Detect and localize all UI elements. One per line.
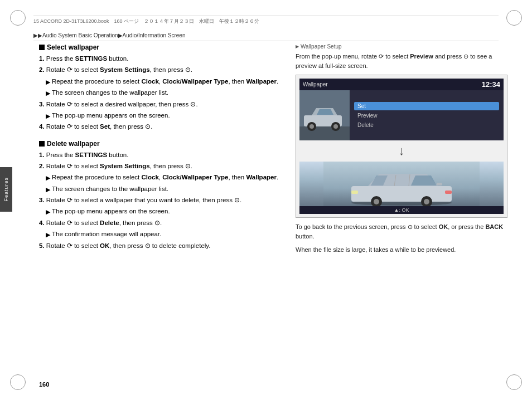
car-thumbnail xyxy=(299,90,350,140)
step-3-sub1: ▶ The pop-up menu appears on the screen. xyxy=(39,111,284,121)
features-side-tab: Features xyxy=(0,167,12,212)
del-step-2-sub1: ▶ Repeat the procedure to select Clock, … xyxy=(39,173,284,183)
corner-decoration-tr xyxy=(506,10,522,26)
svg-rect-23 xyxy=(437,183,442,186)
file-size-note: When the file size is large, it takes a … xyxy=(296,245,507,255)
svg-point-20 xyxy=(374,199,379,204)
delete-wallpaper-steps: 1. Press the SETTINGS button. 2. Rotate … xyxy=(39,150,284,251)
corner-decoration-tl xyxy=(10,10,26,26)
arrow-down-container: ↓ xyxy=(299,140,504,162)
svg-rect-18 xyxy=(445,191,452,194)
step-2: 2. Rotate ⟳ to select System Settings, t… xyxy=(39,65,284,75)
left-content-area: Select wallpaper 1. Press the SETTINGS b… xyxy=(39,43,284,378)
del-step-3: 3. Rotate ⟳ to select a wallpaper that y… xyxy=(39,196,284,205)
del-step-3-sub1: ▶ The pop-up menu appears on the screen. xyxy=(39,207,284,217)
car-preview-fullsize xyxy=(299,162,504,206)
svg-point-6 xyxy=(309,124,314,129)
heading-square-icon xyxy=(39,45,45,50)
svg-rect-11 xyxy=(351,186,452,202)
ok-label: ▲: OK xyxy=(299,206,504,214)
del-step-5: 5. Rotate ⟳ to select OK, then press ⊙ t… xyxy=(39,241,284,251)
del-step-2-sub2: ▶ The screen changes to the wallpaper li… xyxy=(39,184,284,194)
select-wallpaper-heading: Select wallpaper xyxy=(39,43,284,51)
del-step-1: 1. Press the SETTINGS button. xyxy=(39,150,284,160)
wallpaper-setup-label: Wallpaper Setup xyxy=(296,43,507,50)
car-thumbnail-image xyxy=(299,90,350,140)
corner-decoration-br xyxy=(506,374,522,390)
step-2-sub2: ▶ The screen changes to the wallpaper li… xyxy=(39,88,284,98)
svg-rect-1 xyxy=(299,126,350,140)
svg-marker-4 xyxy=(317,109,333,115)
heading-square-icon-2 xyxy=(39,141,45,147)
menu-item-set: Set xyxy=(354,102,499,110)
screen-header: Wallpaper 12:34 xyxy=(299,79,504,90)
svg-point-8 xyxy=(333,124,338,129)
popup-menu: Set Preview Delete xyxy=(350,90,504,140)
step-4: 4. Rotate ⟳ to select Set, then press ⊙. xyxy=(39,122,284,131)
step-1: 1. Press the SETTINGS button. xyxy=(39,54,284,64)
select-wallpaper-steps: 1. Press the SETTINGS button. 2. Rotate … xyxy=(39,54,284,132)
page-number: 160 xyxy=(39,381,49,388)
step-3: 3. Rotate ⟳ to select a desired wallpape… xyxy=(39,100,284,109)
svg-point-22 xyxy=(424,199,429,204)
file-metadata: 15 ACCORD 2D-31T3L6200.book 160 ページ ２０１４… xyxy=(33,16,499,25)
go-back-description: To go back to the previous screen, press… xyxy=(296,222,507,241)
svg-rect-17 xyxy=(351,191,358,194)
right-content-area: Wallpaper Setup From the pop-up menu, ro… xyxy=(296,43,507,378)
screen-mockup: Wallpaper 12:34 xyxy=(296,75,507,218)
setup-description: From the pop-up menu, rotate ⟳ to select… xyxy=(296,52,507,70)
menu-item-preview: Preview xyxy=(354,111,499,120)
del-step-2: 2. Rotate ⟳ to select System Settings, t… xyxy=(39,162,284,171)
corner-decoration-bl xyxy=(10,374,26,390)
car-preview-image xyxy=(323,162,480,206)
delete-wallpaper-heading: Delete wallpaper xyxy=(39,140,284,148)
menu-item-delete: Delete xyxy=(354,121,499,129)
del-step-4-sub1: ▶ The confirmation message will appear. xyxy=(39,230,284,240)
step-2-sub1: ▶ Repeat the procedure to select Clock, … xyxy=(39,77,284,87)
arrow-down-icon: ↓ xyxy=(399,144,405,158)
del-step-4: 4. Rotate ⟳ to select Delete, then press… xyxy=(39,218,284,228)
breadcrumb: ▶▶Audio System Basic Operation▶Audio/Inf… xyxy=(33,32,499,41)
screen-body: Set Preview Delete xyxy=(299,90,504,140)
